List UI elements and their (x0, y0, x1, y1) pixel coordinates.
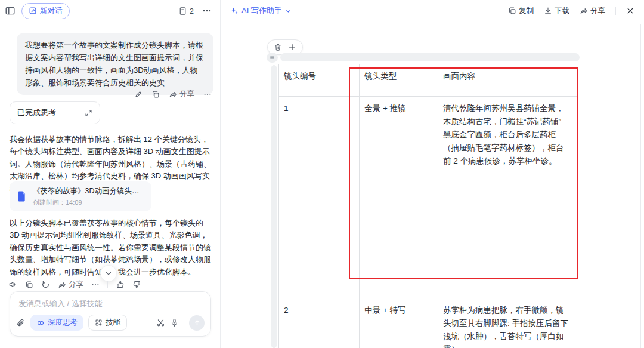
header-prompt[interactable]: 文生图提示词（ 风格 · 写实向 (574, 64, 578, 97)
download-label: 下载 (555, 6, 569, 16)
regenerate-icon[interactable] (41, 280, 50, 289)
cell-shot-number[interactable]: 2 (279, 298, 360, 348)
chevron-down-icon (285, 8, 292, 14)
copy-icon[interactable] (25, 281, 33, 289)
row-selector-bar[interactable] (271, 65, 277, 348)
column-selector-bar[interactable] (280, 53, 580, 61)
scissors-icon[interactable] (156, 318, 165, 327)
cell-prompt[interactable]: 3D 动画，清代 民居风格药铺 斗拱、青砖墙 “苏记药铺” 匾 体），柜台后 红… (574, 97, 578, 298)
thumbs-up-icon[interactable] (116, 280, 125, 289)
send-button[interactable] (189, 315, 205, 331)
header-frame-content[interactable]: 画面内容 (438, 64, 574, 97)
divider (107, 281, 108, 288)
read-aloud-icon[interactable] (8, 280, 17, 289)
deep-think-toggle[interactable]: 深度思考 (30, 315, 83, 331)
doc-card-meta: 创建时间：14:09 (33, 198, 145, 207)
sidebar-toggle-icon[interactable] (5, 5, 16, 16)
skills-button[interactable]: 技能 (88, 315, 127, 331)
close-icon[interactable] (626, 7, 634, 15)
response-actions: 分享 (8, 279, 141, 290)
message-input[interactable]: 发消息或输入 / 选择技能 深度思考 技能 (10, 291, 211, 337)
share-label: 分享 (69, 279, 83, 290)
more-icon[interactable] (91, 281, 100, 289)
new-chat-label: 新对话 (40, 6, 63, 16)
table-row: 2 中景 + 特写 苏掌柜为病患把脉，右手微颤，镜头切至其右脚脚踝: 手指按压后… (279, 298, 579, 348)
cell-frame-content[interactable]: 苏掌柜为病患把脉，右手微颤，镜头切至其右脚脚踝: 手指按压后留下浅坑（水肿），舌… (438, 298, 574, 348)
delete-row-icon[interactable] (274, 43, 282, 51)
doc-card-title: 《茯苓的故事》3D动画分镜头脚本（清代... (33, 186, 145, 196)
new-chat-button[interactable]: 新对话 (21, 3, 70, 19)
chat-panel: 新对话 2 我想要将第一个故事的文案制作成分镜头脚本，请根据文案内容帮我写出详细… (0, 0, 221, 348)
table-drag-handle[interactable] (267, 53, 278, 63)
storyboard-table: 镜头编号 镜头类型 画面内容 文生图提示词（ 风格 · 写实向 1 全景 + 推… (278, 64, 578, 348)
cell-shot-number[interactable]: 1 (279, 97, 360, 298)
doc-title-dropdown[interactable]: AI 写作助手 (230, 5, 292, 16)
generated-doc-card[interactable]: 《茯苓的故事》3D动画分镜头脚本（清代... 创建时间：14:09 (10, 181, 151, 211)
arrow-up-icon (193, 319, 201, 327)
cell-shot-type[interactable]: 中景 + 特写 (360, 298, 438, 348)
divider (184, 319, 184, 327)
user-message-text: 我想要将第一个故事的文案制作成分镜头脚本，请根据文案内容帮我写出详细的文生图画面… (25, 41, 203, 87)
input-placeholder: 发消息或输入 / 选择技能 (18, 298, 103, 309)
user-message-bubble: 我想要将第一个故事的文案制作成分镜头脚本，请根据文案内容帮我写出详细的文生图画面… (17, 33, 213, 95)
deep-think-label: 深度思考 (48, 318, 78, 328)
header-shot-number[interactable]: 镜头编号 (279, 64, 360, 97)
cell-shot-type[interactable]: 全景 + 推镜 (360, 97, 438, 298)
microphone-icon[interactable] (170, 318, 179, 327)
thinking-done-card[interactable]: 已完成思考 (10, 101, 100, 124)
doc-file-icon (16, 191, 27, 202)
download-button[interactable]: 下载 (544, 6, 569, 16)
download-icon (544, 7, 552, 15)
expand-icon[interactable] (85, 109, 92, 117)
share-label: 分享 (179, 89, 194, 99)
attachment-icon[interactable] (16, 318, 26, 328)
share-button[interactable]: 分享 (58, 279, 83, 290)
chevron-down-icon (104, 269, 113, 278)
skills-label: 技能 (106, 318, 120, 328)
doc-panel: AI 写作助手 复制 下载 分享 (221, 0, 644, 348)
table-row: 1 全景 + 推镜 清代乾隆年间苏州吴县药铺全景，木质结构古宅，门楣挂“苏记药铺… (279, 97, 579, 298)
table-header-row: 镜头编号 镜头类型 画面内容 文生图提示词（ 风格 · 写实向 (279, 64, 579, 97)
share-doc-button[interactable]: 分享 (580, 6, 605, 16)
cell-frame-content[interactable]: 清代乾隆年间苏州吴县药铺全景，木质结构古宅，门楣挂“苏记药铺”黑底金字匾额，柜台… (438, 97, 574, 298)
share-icon (580, 7, 588, 15)
doc-title-text: AI 写作助手 (242, 5, 282, 16)
sparkle-icon (230, 7, 239, 15)
cell-prompt[interactable]: 3D 动画，中景 坐于桌前，左 腕，右手把脉 颤，眼神疲惫 袖口下垂，露 的手（… (574, 298, 578, 348)
message-actions: 分享 (134, 89, 212, 99)
share-doc-label: 分享 (590, 6, 605, 16)
share-button[interactable]: 分享 (169, 89, 194, 99)
artifact-count[interactable]: 2 (178, 7, 194, 16)
divider (615, 7, 616, 15)
add-row-icon[interactable] (288, 43, 296, 51)
page-edge-line (640, 24, 641, 348)
copy-icon (508, 7, 516, 15)
thumbs-down-icon[interactable] (132, 280, 141, 289)
grip-icon (270, 55, 275, 60)
deep-think-icon (36, 319, 45, 327)
copy-icon[interactable] (151, 90, 160, 98)
thinking-done-label: 已完成思考 (17, 107, 56, 118)
edit-icon[interactable] (134, 90, 143, 98)
more-icon[interactable] (202, 6, 212, 16)
artifact-count-value: 2 (190, 7, 194, 16)
doc-topbar: AI 写作助手 复制 下载 分享 (221, 0, 644, 21)
document-icon (178, 7, 187, 16)
chat-topbar: 新对话 2 (0, 0, 220, 21)
copy-doc-label: 复制 (519, 6, 534, 16)
header-shot-type[interactable]: 镜头类型 (360, 64, 438, 97)
share-icon (169, 90, 177, 98)
copy-doc-button[interactable]: 复制 (508, 6, 534, 16)
share-icon (58, 281, 66, 289)
skills-grid-icon (95, 319, 103, 327)
more-icon[interactable] (203, 90, 212, 98)
